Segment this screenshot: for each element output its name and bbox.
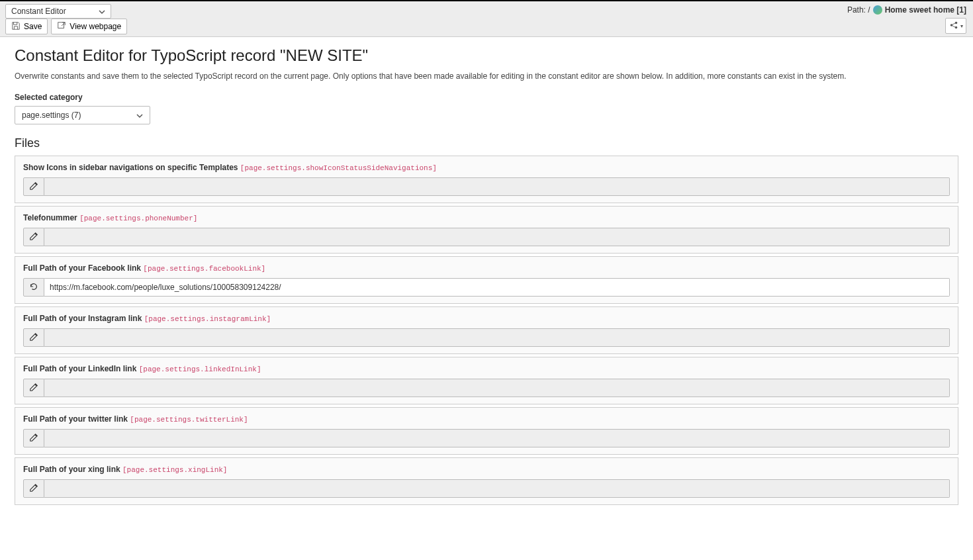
constant-label-text: Telefonummer [23,213,79,222]
share-icon [949,21,958,32]
constant-label-text: Full Path of your xing link [23,465,122,474]
svg-point-3 [954,26,957,28]
constant-key: [page.settings.phoneNumber] [79,214,197,222]
category-selector[interactable]: page.settings (7) [15,106,150,124]
page-description: Overwrite constants and save them to the… [15,71,958,81]
page-title: Constant Editor for TypoScript record "N… [15,46,958,65]
constant-label-text: Full Path of your twitter link [23,414,130,424]
module-selector-value: Constant Editor [11,7,66,16]
pencil-icon [29,383,38,394]
save-label: Save [24,22,42,31]
pencil-icon [29,232,38,243]
constant-label: Full Path of your twitter link [page.set… [23,414,950,424]
constant-value-input[interactable] [44,228,950,246]
breadcrumb: Path: / Home sweet home [1] [847,5,966,15]
chevron-down-icon [99,8,105,15]
path-prefix: Path: / [847,5,870,15]
constant-label: Telefonummer [page.settings.phoneNumber] [23,213,950,222]
svg-point-2 [954,21,957,24]
edit-button[interactable] [23,479,44,498]
constant-row [23,177,950,196]
svg-rect-0 [58,22,64,28]
constant-row [23,228,950,246]
edit-button[interactable] [23,328,44,347]
constant-item: Full Path of your LinkedIn link [page.se… [15,357,958,404]
constant-label-text: Show Icons in sidebar navigations on spe… [23,163,240,172]
constant-value-input[interactable] [44,479,950,498]
constant-item: Full Path of your Facebook link [page.se… [15,256,958,304]
undo-icon [29,282,38,293]
constant-row [23,479,950,498]
edit-button[interactable] [23,177,44,196]
chevron-down-icon [136,112,143,118]
constant-key: [page.settings.facebookLink] [143,265,265,273]
pencil-icon [29,483,38,494]
constant-row [23,278,950,297]
constant-value-input[interactable] [44,379,950,397]
constant-key: [page.settings.linkedInLink] [139,365,261,373]
constant-label-text: Full Path of your Facebook link [23,263,143,273]
constant-key: [page.settings.twitterLink] [130,416,248,424]
constant-label: Full Path of your Instagram link [page.s… [23,314,950,323]
edit-button[interactable] [23,379,44,397]
constant-row [23,328,950,347]
save-button[interactable]: Save [5,19,48,34]
constant-key: [page.settings.xingLink] [122,466,227,474]
constants-list: Show Icons in sidebar navigations on spe… [15,156,958,505]
globe-icon [873,5,882,15]
constant-label: Full Path of your xing link [page.settin… [23,465,950,474]
pencil-icon [29,332,38,344]
constant-key: [page.settings.showIconStatusSideNavigat… [240,164,437,172]
pencil-icon [29,181,38,193]
constant-row [23,379,950,397]
constant-label: Show Icons in sidebar navigations on spe… [23,163,950,172]
constant-value-input[interactable] [44,278,950,297]
save-icon [11,21,21,32]
main-content: Constant Editor for TypoScript record "N… [0,37,973,517]
edit-button[interactable] [23,228,44,246]
module-selector[interactable]: Constant Editor [5,4,111,19]
view-label: View webpage [70,22,121,31]
constant-label-text: Full Path of your LinkedIn link [23,364,139,373]
view-webpage-button[interactable]: View webpage [51,19,127,34]
constant-value-input[interactable] [44,429,950,447]
top-toolbar: Constant Editor Save View webpage Pat [0,0,973,37]
constant-item: Telefonummer [page.settings.phoneNumber] [15,206,958,254]
constant-item: Full Path of your Instagram link [page.s… [15,306,958,354]
constant-value-input[interactable] [44,328,950,347]
constant-label: Full Path of your LinkedIn link [page.se… [23,364,950,373]
edit-button[interactable] [23,429,44,447]
constant-key: [page.settings.instagramLink] [144,315,271,323]
constant-item: Show Icons in sidebar navigations on spe… [15,156,958,203]
share-button[interactable]: ▾ [945,18,966,34]
pencil-icon [29,433,38,444]
category-value: page.settings (7) [22,111,81,120]
constant-item: Full Path of your xing link [page.settin… [15,457,958,505]
constant-row [23,429,950,447]
section-title: Files [15,136,958,150]
constant-item: Full Path of your twitter link [page.set… [15,407,958,455]
caret-down-icon: ▾ [960,23,963,29]
constant-label: Full Path of your Facebook link [page.se… [23,263,950,273]
constant-value-input[interactable] [44,177,950,196]
category-label: Selected category [15,93,958,102]
constant-label-text: Full Path of your Instagram link [23,314,144,323]
path-page-name[interactable]: Home sweet home [1] [885,5,966,15]
view-icon [57,21,66,32]
undo-button[interactable] [23,278,44,297]
